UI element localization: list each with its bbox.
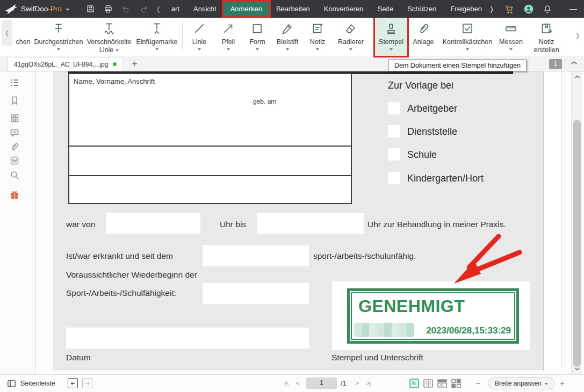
shape-icon (250, 21, 264, 35)
new-tab-button[interactable]: + (132, 59, 137, 69)
single-page-view-icon[interactable] (409, 379, 419, 388)
next-page-icon[interactable]: > (355, 380, 358, 387)
ribbon-tool-messen[interactable]: Messen (495, 18, 527, 56)
checkbox-label: Kindergarten/Hort (407, 172, 484, 185)
ribbon-collapse-left-icon[interactable]: ❬ (2, 20, 12, 46)
ribbon-tool-notiz-erstellen[interactable]: Notiz erstellen (527, 18, 566, 56)
save-icon[interactable] (86, 4, 95, 13)
menu-tab-start[interactable]: art (164, 2, 186, 16)
title-bar: SwifDoo-Pro ❬ art Ansicht Anmerken Bearb… (0, 0, 584, 18)
bookmark-icon[interactable] (9, 95, 20, 106)
history-forward-button[interactable] (82, 378, 92, 388)
ribbon-overflow-right-icon[interactable]: ❭ (575, 32, 580, 39)
ribbon-tool-notiz[interactable]: Notiz (303, 18, 332, 56)
chevron-down-icon (316, 48, 319, 50)
stamp-annotation-panel[interactable]: GENEHMIGT 2023/06/28,15:33:29 (332, 281, 530, 350)
stempel-tooltip: Dem Dokument einen Stempel hinzufügen (388, 59, 527, 71)
ribbon-tool-linie[interactable]: Linie (185, 18, 214, 56)
bell-icon[interactable] (543, 4, 552, 14)
create-note-icon (539, 21, 553, 35)
app-menu-caret-icon[interactable] (66, 9, 70, 11)
collapse-ribbon-icon[interactable] (571, 60, 578, 67)
red-arrow-annotation[interactable] (446, 234, 527, 288)
chevron-down-icon (116, 49, 119, 52)
document-tab[interactable]: 41gqOXs26pL._AC_UF894,...jpg (8, 57, 123, 71)
zoom-in-button[interactable]: + (560, 379, 565, 388)
thumbnails-icon[interactable] (9, 77, 20, 88)
ribbon-tool-verschnoerkelte-linie[interactable]: Verschnörkelte Linie (84, 18, 134, 56)
menu-tab-konvertieren[interactable]: Konvertieren (317, 2, 371, 16)
paperclip-icon (416, 21, 430, 35)
cart-icon[interactable] (504, 4, 515, 14)
ribbon-tool-radierer[interactable]: Radierer (332, 18, 370, 56)
menu-tab-seite[interactable]: Seite (371, 2, 401, 16)
redo-icon[interactable] (139, 4, 148, 13)
sidebar-toggle-label[interactable]: Seitenleiste (20, 380, 55, 387)
ribbon-tool-durchgestrichen[interactable]: Durchgestrichen (33, 18, 84, 56)
first-page-icon[interactable]: |< (284, 380, 289, 387)
menu-tab-bearbeiten[interactable]: Bearbeiten (269, 2, 317, 16)
divider (182, 21, 183, 49)
form-name-label: Name, Vorname, Anschrift (74, 77, 155, 85)
caret-insert-icon (150, 21, 164, 35)
wiederbeginn-label-2: Sport-/Arbeits-/Schulfähigkeit: (66, 288, 176, 298)
ribbon-tool-form[interactable]: Form (243, 18, 272, 56)
last-page-icon[interactable]: >| (366, 380, 370, 387)
chevron-down-icon (57, 48, 60, 50)
watermark-icon[interactable] (9, 155, 20, 166)
four-page-grid-view-icon[interactable] (451, 379, 461, 388)
left-panel-sidebar (0, 71, 36, 374)
page-total-label: /1 (341, 380, 346, 387)
divider (69, 175, 351, 176)
menu-tab-freigeben[interactable]: Freigeben (443, 2, 489, 16)
scroll-up-icon[interactable] (572, 73, 582, 80)
chevron-down-icon (349, 48, 352, 50)
comments-icon[interactable] (9, 127, 20, 138)
ribbon-tool-stempel[interactable]: Stempel (375, 18, 407, 56)
tab-scroll-right-icon[interactable]: ❭ (489, 5, 494, 13)
sidebar-toggle-icon[interactable] (7, 379, 16, 388)
undo-icon[interactable] (121, 4, 131, 13)
eraser-icon (344, 21, 358, 35)
window-minimize-button[interactable]: — (564, 0, 582, 18)
fit-mode-label: Breite anpassen (495, 380, 542, 387)
schulunfaehig-label: sport-/arbeits-/schulunfähig. (313, 251, 416, 261)
scrollbar-thumb[interactable] (573, 120, 581, 367)
ribbon-tool-bleistift[interactable]: Bleistift (272, 18, 303, 56)
history-back-button[interactable] (68, 378, 78, 388)
ribbon-tool-pfeil[interactable]: Pfeil (214, 18, 243, 56)
previous-page-icon[interactable]: < (296, 380, 299, 387)
menu-tab-ansicht[interactable]: Ansicht (186, 2, 223, 16)
continuous-view-icon[interactable] (437, 379, 447, 388)
tab-scroll-left-icon[interactable]: ❬ (156, 5, 161, 13)
menu-tab-schuetzen[interactable]: Schützen (400, 2, 443, 16)
ribbon-tool-einfuegemarke[interactable]: Einfügemarke (134, 18, 180, 56)
page-number-input[interactable]: 1 (306, 378, 337, 389)
document-viewer: Name, Vorname, Anschrift geb. am Zur Vor… (37, 71, 584, 374)
document-tab-title: 41gqOXs26pL._AC_UF894,...jpg (14, 61, 108, 68)
two-page-view-icon[interactable] (423, 379, 433, 388)
vertical-scrollbar[interactable] (571, 71, 582, 374)
scroll-down-icon[interactable] (572, 366, 582, 373)
stamp-text: GENEHMIGT (358, 296, 465, 316)
zoom-out-button[interactable]: − (476, 379, 481, 388)
search-icon[interactable] (9, 170, 20, 180)
gift-icon[interactable] (9, 190, 20, 200)
checkbox-label: Dienststelle (407, 125, 457, 138)
grid-view-icon[interactable] (9, 113, 20, 124)
print-icon[interactable] (104, 4, 113, 13)
account-avatar-icon[interactable] (523, 4, 534, 14)
attachments-icon[interactable] (9, 141, 20, 152)
genehmigt-stamp[interactable]: GENEHMIGT 2023/06/28,15:33:29 (347, 288, 519, 344)
ribbon-tool-unterstrichen-partial[interactable]: chen (13, 18, 33, 56)
app-logo-icon (5, 4, 18, 14)
divider (69, 146, 351, 147)
ribbon-tool-anlage[interactable]: Anlage (407, 18, 439, 56)
form-checkbox-kindergarten (388, 172, 400, 184)
zoom-fit-mode-dropdown[interactable]: Breite anpassen (488, 378, 555, 389)
menu-tab-anmerken[interactable]: Anmerken (223, 2, 269, 16)
behandlung-label: Uhr zur Behandlung in meiner Praxis. (367, 220, 506, 229)
ribbon-tool-kontrollkaestchen[interactable]: Kontrollkästchen (439, 18, 495, 56)
checkbox-icon (460, 21, 474, 35)
chevron-down-icon (390, 48, 393, 50)
